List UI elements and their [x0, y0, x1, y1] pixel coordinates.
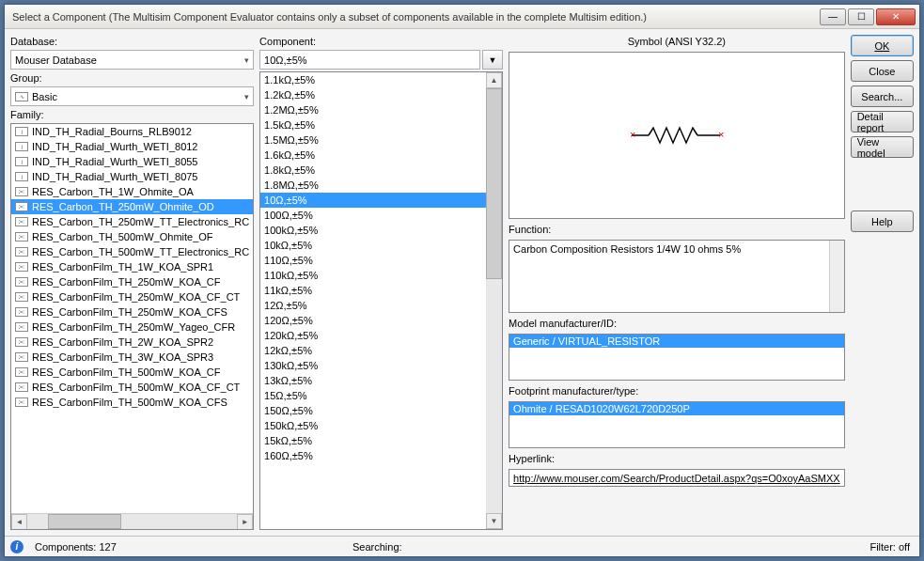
component-item[interactable]: 160Ω,±5%: [260, 448, 486, 463]
component-label: Component:: [259, 35, 503, 48]
family-item[interactable]: ⩙RES_CarbonFilm_TH_250mW_KOA_CFS: [11, 304, 253, 319]
family-item[interactable]: ⩙RES_CarbonFilm_TH_250mW_Yageo_CFR: [11, 319, 253, 335]
component-type-icon: ⌇: [15, 157, 28, 166]
component-item[interactable]: 10kΩ,±5%: [260, 238, 486, 253]
database-value: Mouser Database: [15, 55, 97, 66]
component-item[interactable]: 1.1kΩ,±5%: [260, 72, 486, 87]
hyperlink-box[interactable]: http://www.mouser.com/Search/ProductDeta…: [509, 469, 845, 487]
view-model-button[interactable]: View model: [851, 136, 914, 158]
component-item[interactable]: 120Ω,±5%: [260, 313, 486, 328]
scroll-track[interactable]: [486, 88, 502, 513]
family-item[interactable]: ⌇IND_TH_Radial_Wurth_WETI_8055: [11, 154, 253, 169]
family-item[interactable]: ⩙RES_CarbonFilm_TH_2W_KOA_SPR2: [11, 335, 253, 350]
scroll-left-icon[interactable]: ◄: [11, 514, 27, 530]
button-column: OK Close Search... Detail report View mo…: [851, 35, 914, 530]
group-select[interactable]: ∿ Basic: [10, 86, 254, 106]
component-item[interactable]: 11kΩ,±5%: [260, 283, 486, 298]
family-listbox[interactable]: ⌇IND_TH_Radial_Bourns_RLB9012⌇IND_TH_Rad…: [10, 123, 254, 530]
component-listbox[interactable]: 1.1kΩ,±5%1.2kΩ,±5%1.2MΩ,±5%1.5kΩ,±5%1.5M…: [259, 71, 503, 530]
component-type-icon: ⩙: [15, 232, 28, 242]
scroll-thumb[interactable]: [48, 514, 121, 529]
close-button[interactable]: Close: [851, 60, 914, 82]
family-item-label: IND_TH_Radial_Bourns_RLB9012: [32, 126, 192, 137]
component-item[interactable]: 1.8MΩ,±5%: [260, 178, 486, 193]
scroll-thumb[interactable]: [486, 88, 502, 279]
component-type-icon: ⌇: [15, 172, 28, 181]
component-item[interactable]: 15kΩ,±5%: [260, 433, 486, 448]
family-item-label: IND_TH_Radial_Wurth_WETI_8012: [32, 141, 197, 152]
funnel-icon: ▼: [489, 55, 497, 65]
search-button[interactable]: Search...: [851, 86, 914, 107]
database-select[interactable]: Mouser Database: [10, 50, 254, 70]
component-type-icon: ⌇: [15, 127, 28, 136]
family-item[interactable]: ⩙RES_CarbonFilm_TH_250mW_KOA_CF_CT: [11, 289, 253, 304]
family-item[interactable]: ⩙RES_CarbonFilm_TH_1W_KOA_SPR1: [11, 259, 253, 274]
component-item[interactable]: 1.2MΩ,±5%: [260, 102, 486, 117]
component-item[interactable]: 12kΩ,±5%: [260, 343, 486, 358]
family-item[interactable]: ⩙RES_Carbon_TH_1W_Ohmite_OA: [11, 184, 253, 199]
component-search-input[interactable]: 10Ω,±5%: [259, 50, 480, 70]
component-item[interactable]: 100Ω,±5%: [260, 208, 486, 223]
component-item[interactable]: 100kΩ,±5%: [260, 223, 486, 238]
component-type-icon: ⩙: [15, 337, 28, 347]
family-item[interactable]: ⩙RES_CarbonFilm_TH_500mW_KOA_CF_CT: [11, 380, 253, 395]
help-label: Help: [871, 216, 893, 227]
component-item[interactable]: 130kΩ,±5%: [260, 358, 486, 373]
family-item-label: RES_Carbon_TH_250mW_Ohmite_OD: [32, 201, 214, 212]
component-item[interactable]: 10Ω,±5%: [260, 193, 486, 208]
scroll-down-icon[interactable]: ▼: [486, 513, 502, 529]
family-hscroll[interactable]: ◄ ►: [11, 513, 253, 529]
scroll-right-icon[interactable]: ►: [237, 514, 253, 530]
family-item[interactable]: ⩙RES_CarbonFilm_TH_500mW_KOA_CF: [11, 365, 253, 380]
component-search-row: 10Ω,±5% ▼: [259, 50, 503, 70]
component-item[interactable]: 1.6kΩ,±5%: [260, 148, 486, 163]
component-item[interactable]: 150Ω,±5%: [260, 403, 486, 418]
detail-report-button[interactable]: Detail report: [851, 111, 914, 132]
component-item[interactable]: 1.5MΩ,±5%: [260, 132, 486, 148]
component-list-inner: 1.1kΩ,±5%1.2kΩ,±5%1.2MΩ,±5%1.5kΩ,±5%1.5M…: [260, 72, 486, 529]
model-mfr-value[interactable]: Generic / VIRTUAL_RESISTOR: [509, 335, 844, 348]
svg-text:×: ×: [718, 129, 724, 140]
component-item[interactable]: 1.2kΩ,±5%: [260, 87, 486, 102]
family-item-label: RES_Carbon_TH_500mW_Ohmite_OF: [32, 231, 213, 242]
family-item[interactable]: ⩙RES_Carbon_TH_250mW_TT_Electronics_RC: [11, 214, 253, 229]
component-item[interactable]: 15Ω,±5%: [260, 388, 486, 403]
family-item[interactable]: ⩙RES_Carbon_TH_500mW_TT_Electronics_RC: [11, 244, 253, 259]
minimize-button[interactable]: —: [820, 8, 846, 25]
function-scrollbar[interactable]: [829, 241, 844, 312]
family-item[interactable]: ⩙RES_Carbon_TH_500mW_Ohmite_OF: [11, 229, 253, 244]
family-item[interactable]: ⩙RES_Carbon_TH_250mW_Ohmite_OD: [11, 199, 253, 214]
family-item[interactable]: ⌇IND_TH_Radial_Wurth_WETI_8075: [11, 169, 253, 184]
scroll-track[interactable]: [27, 514, 237, 529]
footprint-box[interactable]: Ohmite / RESAD1020W62L720D250P: [509, 401, 845, 448]
family-item-label: RES_CarbonFilm_TH_250mW_KOA_CF: [32, 276, 221, 288]
model-mfr-label: Model manufacturer/ID:: [509, 317, 845, 330]
family-item[interactable]: ⩙RES_CarbonFilm_TH_250mW_KOA_CF: [11, 274, 253, 289]
scroll-up-icon[interactable]: ▲: [486, 72, 502, 88]
model-mfr-box[interactable]: Generic / VIRTUAL_RESISTOR: [509, 334, 845, 381]
family-item[interactable]: ⩙RES_CarbonFilm_TH_3W_KOA_SPR3: [11, 350, 253, 365]
component-filter-button[interactable]: ▼: [482, 50, 503, 70]
footprint-value[interactable]: Ohmite / RESAD1020W62L720D250P: [509, 402, 844, 415]
maximize-button[interactable]: ☐: [848, 8, 874, 25]
family-item[interactable]: ⩙RES_CarbonFilm_TH_500mW_KOA_CFS: [11, 395, 253, 410]
view-label: View model: [857, 136, 907, 159]
component-vscroll[interactable]: ▲ ▼: [486, 72, 502, 529]
component-item[interactable]: 12Ω,±5%: [260, 298, 486, 313]
titlebar[interactable]: Select a Component (The Multisim Compone…: [5, 5, 919, 29]
component-item[interactable]: 1.8kΩ,±5%: [260, 163, 486, 178]
component-item[interactable]: 13kΩ,±5%: [260, 373, 486, 388]
symbol-preview: × ×: [509, 52, 845, 219]
close-window-button[interactable]: ✕: [876, 8, 916, 25]
family-item[interactable]: ⌇IND_TH_Radial_Bourns_RLB9012: [11, 124, 253, 139]
ok-button[interactable]: OK: [851, 35, 914, 56]
help-button[interactable]: Help: [851, 210, 914, 232]
component-item[interactable]: 110Ω,±5%: [260, 253, 486, 268]
component-item[interactable]: 1.5kΩ,±5%: [260, 117, 486, 132]
family-item-label: RES_CarbonFilm_TH_1W_KOA_SPR1: [32, 261, 213, 273]
family-item[interactable]: ⌇IND_TH_Radial_Wurth_WETI_8012: [11, 139, 253, 154]
status-bar: i Components: 127 Searching: Filter: off: [5, 536, 919, 556]
component-item[interactable]: 110kΩ,±5%: [260, 268, 486, 283]
component-item[interactable]: 150kΩ,±5%: [260, 418, 486, 433]
component-item[interactable]: 120kΩ,±5%: [260, 328, 486, 343]
